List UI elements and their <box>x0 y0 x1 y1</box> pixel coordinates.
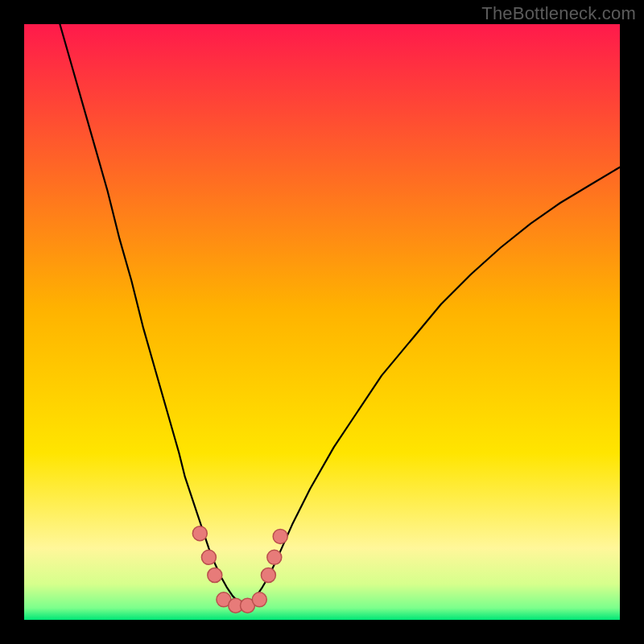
plot-area <box>24 24 620 620</box>
data-marker <box>273 529 287 543</box>
data-marker <box>201 550 216 564</box>
data-marker <box>261 568 275 583</box>
data-marker <box>252 592 266 607</box>
data-marker <box>192 526 207 541</box>
gradient-bg <box>24 24 620 620</box>
chart-svg <box>24 24 620 620</box>
data-marker <box>208 568 222 583</box>
data-marker <box>267 550 282 564</box>
chart-outer: TheBottleneck.com <box>0 0 644 644</box>
watermark-text: TheBottleneck.com <box>481 3 636 24</box>
